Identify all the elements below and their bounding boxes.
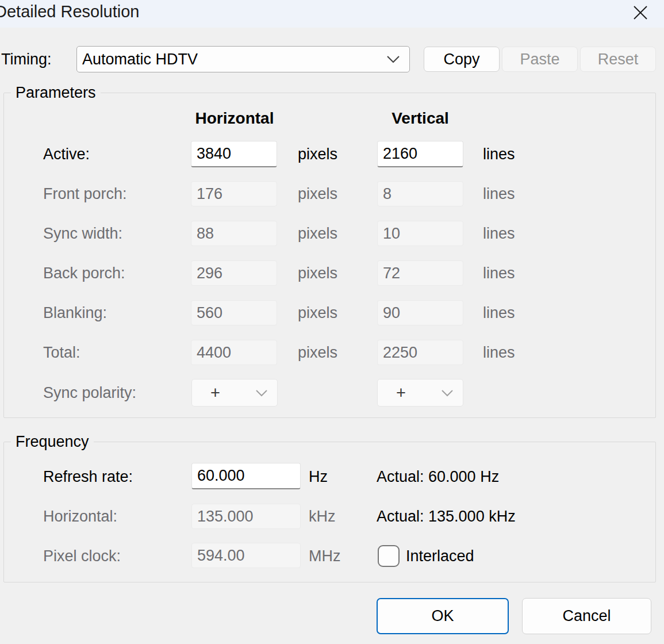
chevron-down-icon <box>386 55 400 63</box>
cancel-button[interactable]: Cancel <box>522 598 651 634</box>
window-title: Detailed Resolution <box>0 2 139 21</box>
chevron-down-icon <box>441 389 454 397</box>
pixel-clock-unit: MHz <box>309 543 341 569</box>
frequency-legend: Frequency <box>11 433 94 451</box>
active-vertical-unit: lines <box>483 141 515 167</box>
active-label: Active: <box>43 141 90 167</box>
active-horizontal-unit: pixels <box>298 141 337 167</box>
paste-button[interactable]: Paste <box>502 47 578 72</box>
active-horizontal-input[interactable] <box>191 141 277 167</box>
front-porch-horizontal-unit: pixels <box>298 181 337 207</box>
blanking-horizontal-unit: pixels <box>298 300 337 326</box>
back-porch-horizontal-input <box>191 260 277 286</box>
timing-dropdown[interactable]: Automatic HDTV <box>76 46 410 72</box>
vertical-column-header: Vertical <box>363 109 478 128</box>
sync-polarity-vertical-value: + <box>378 384 441 402</box>
sync-width-horizontal-unit: pixels <box>298 220 337 247</box>
back-porch-label: Back porch: <box>43 260 125 286</box>
active-vertical-input[interactable] <box>377 141 463 167</box>
sync-polarity-horizontal-value: + <box>192 384 255 402</box>
total-horizontal-unit: pixels <box>298 339 337 366</box>
horizontal-freq-unit: kHz <box>309 503 336 530</box>
front-porch-vertical-unit: lines <box>483 181 515 207</box>
sync-width-vertical-input <box>377 221 463 246</box>
sync-width-horizontal-input <box>191 221 277 246</box>
total-horizontal-input <box>191 340 277 365</box>
back-porch-horizontal-unit: pixels <box>298 260 337 286</box>
sync-width-label: Sync width: <box>43 220 122 247</box>
blanking-label: Blanking: <box>43 300 107 326</box>
timing-selected-value: Automatic HDTV <box>77 51 386 68</box>
back-porch-vertical-unit: lines <box>483 260 515 286</box>
blanking-vertical-input <box>377 300 463 325</box>
horizontal-freq-input <box>191 504 301 529</box>
interlaced-checkbox[interactable] <box>378 545 400 567</box>
reset-button[interactable]: Reset <box>580 47 656 72</box>
total-vertical-input <box>377 340 463 365</box>
back-porch-vertical-input <box>377 260 463 286</box>
sync-polarity-horizontal-dropdown: + <box>191 379 278 407</box>
front-porch-label: Front porch: <box>43 181 127 207</box>
pixel-clock-label: Pixel clock: <box>43 543 121 569</box>
total-label: Total: <box>43 339 80 366</box>
front-porch-vertical-input <box>377 181 463 206</box>
refresh-rate-actual: Actual: 60.000 Hz <box>377 463 499 490</box>
ok-button[interactable]: OK <box>377 598 509 634</box>
refresh-rate-label: Refresh rate: <box>43 463 133 490</box>
total-vertical-unit: lines <box>483 339 515 366</box>
timing-label: Timing: <box>1 46 52 72</box>
blanking-vertical-unit: lines <box>483 300 515 326</box>
blanking-horizontal-input <box>191 300 277 325</box>
horizontal-freq-label: Horizontal: <box>43 503 117 530</box>
horizontal-column-header: Horizontal <box>177 109 292 128</box>
sync-width-vertical-unit: lines <box>483 220 515 247</box>
copy-button[interactable]: Copy <box>424 47 500 72</box>
sync-polarity-vertical-dropdown: + <box>377 379 463 407</box>
parameters-group: Parameters <box>3 84 656 418</box>
sync-polarity-label: Sync polarity: <box>43 379 136 406</box>
interlaced-label[interactable]: Interlaced <box>406 543 474 569</box>
close-icon <box>632 5 648 21</box>
horizontal-freq-actual: Actual: 135.000 kHz <box>377 503 516 530</box>
chevron-down-icon <box>255 389 268 397</box>
refresh-rate-unit: Hz <box>309 463 328 490</box>
pixel-clock-input <box>191 543 301 568</box>
parameters-legend: Parameters <box>11 84 101 102</box>
close-button[interactable] <box>624 0 657 25</box>
refresh-rate-input[interactable] <box>191 463 301 489</box>
front-porch-horizontal-input <box>191 181 277 206</box>
